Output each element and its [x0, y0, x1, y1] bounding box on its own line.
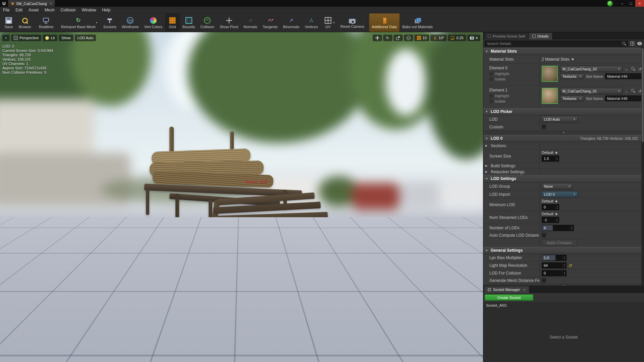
document-tab[interactable]: SM_CaiCaoChang × — [8, 0, 55, 7]
grid-snap-toggle[interactable]: 10 — [414, 35, 429, 41]
isolate-checkbox[interactable] — [489, 100, 493, 103]
lod-dropdown[interactable]: LOD Auto — [542, 116, 578, 122]
highlight-checkbox[interactable] — [489, 72, 493, 76]
chevron-down-icon[interactable]: ▼ — [333, 21, 335, 24]
tab-details[interactable]: Details — [529, 33, 552, 40]
close-icon[interactable]: × — [523, 288, 525, 292]
lightmap-resolution-spinbox[interactable]: 64 — [542, 262, 567, 268]
spin-arrows-icon[interactable] — [562, 270, 566, 276]
minimize-button[interactable]: – — [618, 0, 627, 7]
auto-compute-checkbox[interactable] — [542, 233, 546, 237]
spin-arrows-icon[interactable] — [555, 156, 559, 161]
category-lod-picker[interactable]: ▼LOD Picker — [483, 108, 644, 115]
tab-socket-manager[interactable]: Socket Manager× — [484, 286, 529, 293]
menu-edit[interactable]: Edit — [12, 7, 25, 13]
vert-colors-button[interactable]: Vert Colors — [142, 13, 165, 32]
menu-window[interactable]: Window — [79, 7, 99, 13]
sockets-button[interactable]: Sockets — [101, 13, 119, 32]
menu-collision[interactable]: Collision — [57, 7, 78, 13]
material-thumbnail[interactable] — [542, 88, 558, 104]
camera-speed-button[interactable]: 4 — [467, 35, 480, 41]
reset-camera-button[interactable]: Reset Camera — [338, 13, 367, 32]
spin-arrows-icon[interactable] — [555, 204, 559, 210]
browse-button[interactable]: Browse — [16, 13, 34, 32]
material-thumbnail[interactable] — [542, 66, 558, 82]
isolate-checkbox[interactable] — [489, 77, 493, 81]
translate-tool-button[interactable] — [373, 35, 382, 41]
material-dropdown[interactable]: M_CaiCaoChang_02 — [560, 66, 623, 72]
material-dropdown[interactable]: M_CaiCaoChang_01 — [560, 88, 623, 94]
close-button[interactable]: × — [635, 0, 644, 7]
show-pivot-button[interactable]: Show Pivot — [217, 13, 241, 32]
apply-changes-button[interactable]: Apply Changes — [542, 239, 577, 246]
add-override-button[interactable]: + — [555, 151, 558, 155]
rotate-tool-button[interactable] — [383, 35, 392, 41]
viewport-options-button[interactable]: ▼ — [2, 35, 10, 41]
normals-button[interactable]: Normals — [241, 13, 260, 32]
vertices-button[interactable]: Vertices — [302, 13, 321, 32]
use-selected-asset-icon[interactable]: ← — [624, 66, 629, 71]
show-menu-button[interactable]: Show — [59, 35, 73, 41]
textures-dropdown[interactable]: Textures — [560, 96, 584, 101]
column-view-button[interactable] — [629, 41, 635, 47]
category-lod-settings[interactable]: ▼LOD Settings — [483, 175, 644, 182]
chevron-down-icon[interactable]: ▼ — [96, 21, 98, 24]
scale-tool-button[interactable] — [393, 35, 403, 41]
minimum-lod-spinbox[interactable]: 0 — [542, 204, 559, 210]
textures-dropdown[interactable]: Textures — [560, 73, 584, 79]
bounds-button[interactable]: Bounds — [180, 13, 198, 32]
socket-gizmo-label[interactable]: Socket_AI01 — [244, 180, 268, 184]
maximize-button[interactable]: □ — [627, 0, 635, 7]
spin-arr ows-icon[interactable] — [555, 217, 559, 223]
menu-mesh[interactable]: Mesh — [42, 7, 57, 13]
perspective-button[interactable]: Perspective — [11, 35, 41, 41]
scrollbar-thumb[interactable] — [642, 48, 644, 142]
reimport-base-mesh-button[interactable]: Reimport Base Mesh▼ — [58, 13, 98, 32]
details-scrollbar[interactable] — [641, 48, 644, 286]
visibility-filter-button[interactable] — [637, 41, 643, 47]
expand-advanced-arrow[interactable]: ▼ — [483, 284, 644, 286]
menu-file[interactable]: File — [0, 7, 12, 13]
screen-size-spinbox[interactable]: 1.0 — [542, 156, 559, 162]
lod-import-dropdown[interactable]: LOD 0 — [542, 191, 578, 197]
wireframe-button[interactable]: Wireframe — [119, 13, 142, 32]
static-mesh-preview[interactable]: Socket_AI01 — [0, 32, 483, 362]
chevron-right-icon[interactable]: ▶ — [485, 144, 489, 147]
spin-arrows-icon[interactable] — [570, 225, 574, 231]
lod-for-collision-spinbox[interactable]: 0 — [542, 270, 567, 276]
category-material-slots[interactable]: ▼Material Slots — [483, 48, 644, 55]
tab-preview-scene-settings[interactable]: Preview Scene Sett — [484, 33, 528, 40]
chevron-right-icon[interactable]: ▶ — [485, 170, 489, 173]
spin-arrows-icon[interactable] — [562, 263, 566, 268]
lod-auto-button[interactable]: LOD Auto — [75, 35, 96, 41]
world-space-toggle[interactable] — [404, 35, 413, 41]
tab-close-icon[interactable]: × — [50, 2, 52, 6]
collision-button[interactable]: Collision — [198, 13, 217, 32]
binormals-button[interactable]: Binormals — [280, 13, 302, 32]
menu-asset[interactable]: Asset — [25, 7, 42, 13]
expand-advanced-arrow[interactable]: ▼ — [483, 131, 644, 135]
bake-out-materials-button[interactable]: Bake out Materials — [399, 13, 435, 32]
use-selected-asset-icon[interactable]: ← — [624, 88, 629, 94]
browse-to-asset-icon[interactable] — [631, 88, 636, 94]
socket-list-item[interactable]: Socket_AI01 — [483, 302, 644, 309]
distance-field-checkbox[interactable] — [542, 278, 546, 283]
add-override-button[interactable]: + — [555, 212, 558, 216]
save-button[interactable]: Save — [1, 13, 16, 32]
number-of-lods-spinbox[interactable]: 4 — [542, 225, 574, 231]
num-streamed-lods-spinbox[interactable]: -1 — [542, 217, 559, 223]
category-general-settings[interactable]: ▼General Settings — [483, 247, 644, 254]
slot-name-input[interactable] — [605, 96, 643, 101]
reset-to-default-icon[interactable]: ↺ — [569, 263, 572, 268]
uv-button[interactable]: UV▼ — [321, 13, 335, 32]
highlight-checkbox[interactable] — [489, 94, 493, 98]
category-lod0[interactable]: ▼LOD 0Triangles: 68,739 Vertices: 106,10… — [483, 135, 644, 142]
rotation-snap-toggle[interactable]: 10° — [430, 35, 447, 41]
browse-to-asset-icon[interactable] — [631, 66, 636, 71]
lpv-bias-spinbox[interactable]: 1.0 — [542, 255, 567, 261]
lod-group-dropdown[interactable]: None — [542, 183, 573, 189]
create-socket-button[interactable]: Create Socket — [485, 294, 533, 301]
slot-name-input[interactable] — [605, 73, 643, 79]
tangents-button[interactable]: Tangents — [260, 13, 280, 32]
realtime-button[interactable]: Realtime — [36, 13, 56, 32]
